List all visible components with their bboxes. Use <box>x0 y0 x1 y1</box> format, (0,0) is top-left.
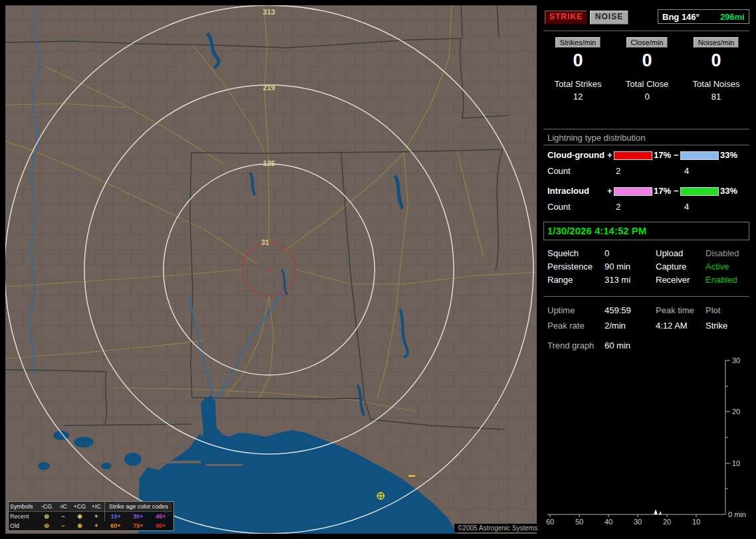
close-per-min-value: 0 <box>642 50 652 71</box>
status-row-peak-rate: Peak rate 2/min 4:12 AM Strike <box>543 321 751 332</box>
ic-plus-pct: 17% <box>654 186 671 196</box>
ic-minus-count: 4 <box>684 202 689 212</box>
legend-old-nic-icon: − <box>55 521 71 530</box>
legend-recent-pic-icon: + <box>88 512 104 521</box>
x-tick-60: 60 <box>546 518 554 526</box>
x-tick-50: 50 <box>575 518 583 526</box>
strikes-per-min-chip[interactable]: Strikes/min <box>555 37 601 48</box>
x-tick-30: 30 <box>634 518 642 526</box>
uptime-value: 459:59 <box>605 305 631 315</box>
legend-old-pcg-icon: ⊕ <box>71 521 88 530</box>
distribution-title: Lightning type distribution <box>547 133 645 143</box>
settings-row-range: Range 313 mi Receiver Enabled <box>543 275 751 286</box>
legend-recent-nic-icon: − <box>55 512 71 521</box>
peak-time-value: 4:12 AM <box>656 321 688 331</box>
x-tick-20: 20 <box>663 518 671 526</box>
divider <box>543 129 749 129</box>
legend-old-pic-icon: + <box>88 521 104 530</box>
legend-col-pic: +IC <box>88 502 104 512</box>
nexstorm-window: 313 219 125 31 Symbols -CG -IC +CG +IC S… <box>0 0 756 539</box>
minus-sign: − <box>674 186 679 196</box>
strike-mode-button[interactable]: STRIKE <box>545 11 587 25</box>
trend-graph-label: Trend graph <box>547 341 594 350</box>
legend-age-75: 75+ <box>127 521 149 530</box>
dist-count-intracloud: Count 2 4 <box>543 202 751 213</box>
total-close-value: 0 <box>644 92 649 102</box>
trend-spikes <box>654 509 662 514</box>
noises-per-min-value: 0 <box>711 50 721 71</box>
capture-status: Active <box>706 262 729 271</box>
total-strikes-label: Total Strikes <box>555 79 602 89</box>
ring-label-31: 31 <box>261 238 269 246</box>
peak-time-label: Peak time <box>656 305 694 315</box>
control-panel: STRIKE NOISE Bng 146° 296mi Strikes/min … <box>543 5 751 534</box>
trend-graph-value: 60 min <box>605 341 630 350</box>
plot-label: Plot <box>706 305 720 315</box>
count-label: Count <box>547 202 571 212</box>
strikes-column: Strikes/min 0 Total Strikes 12 <box>543 37 613 102</box>
trend-graph: 30 20 10 0 min 60 50 40 30 20 10 <box>543 356 751 530</box>
peak-rate-label: Peak rate <box>547 321 585 331</box>
ring-label-313: 313 <box>263 8 275 16</box>
legend-age-60: 60+ <box>104 521 127 530</box>
noise-mode-button[interactable]: NOISE <box>590 11 628 25</box>
y-tick-30: 30 <box>732 356 740 364</box>
legend-recent-label: Recent <box>9 512 38 521</box>
settings-row-squelch: Squelch 0 Upload Disabled <box>543 248 751 260</box>
legend-symbols-title: Symbols <box>9 502 38 512</box>
total-noises-value: 81 <box>711 92 721 102</box>
status-row-trend: Trend graph 60 min <box>543 341 751 352</box>
close-column: Close/min 0 Total Close 0 <box>613 37 682 102</box>
copyright-text: ©2005 Astrogenic Systems <box>454 524 541 532</box>
ic-plus-count: 2 <box>616 202 620 212</box>
ic-minus-bar <box>680 187 719 196</box>
origin-tick: 0 min <box>728 510 746 518</box>
legend-col-nic: -IC <box>55 502 71 512</box>
upload-status: Disabled <box>706 248 739 258</box>
receiver-status: Enabled <box>706 275 737 285</box>
bearing-readout[interactable]: Bng 146° 296mi <box>658 9 749 24</box>
legend-age-title: Strike age color codes <box>104 502 172 512</box>
legend-age-45: 45+ <box>149 512 172 521</box>
ring-label-125: 125 <box>263 159 275 167</box>
dist-label-cloud-ground: Cloud-ground <box>547 150 605 160</box>
persistence-value: 90 min <box>605 262 630 271</box>
legend-col-pcg: +CG <box>71 502 88 512</box>
cg-minus-pct: 33% <box>720 150 737 160</box>
cg-plus-bar <box>614 151 652 160</box>
datetime-display: 1/30/2026 4:14:52 PM <box>543 222 749 240</box>
map-area[interactable]: 313 219 125 31 Symbols -CG -IC +CG +IC S… <box>5 5 537 534</box>
legend-col-ncg: -CG <box>38 502 55 512</box>
capture-label: Capture <box>656 262 686 271</box>
minus-sign: − <box>674 150 679 160</box>
persistence-label: Persistence <box>547 262 593 271</box>
legend-age-15: 15+ <box>104 512 127 521</box>
uptime-label: Uptime <box>547 305 575 315</box>
cg-minus-count: 4 <box>684 166 689 176</box>
x-tick-40: 40 <box>605 518 613 526</box>
legend-recent-ncg-icon: ⊖ <box>38 512 55 521</box>
cg-minus-bar <box>680 151 719 160</box>
dist-label-intracloud: Intracloud <box>547 186 589 196</box>
legend-old-ncg-icon: ⊖ <box>38 521 55 530</box>
bearing-distance: 296mi <box>720 12 745 22</box>
total-close-label: Total Close <box>626 79 668 89</box>
divider <box>543 145 749 145</box>
bearing-label: Bng 146° <box>662 12 700 22</box>
map-legend: Symbols -CG -IC +CG +IC Strike age color… <box>8 501 174 531</box>
divider <box>543 296 749 297</box>
status-row-uptime: Uptime 459:59 Peak time Plot <box>543 305 751 317</box>
total-noises-label: Total Noises <box>693 79 740 89</box>
strikes-per-min-value: 0 <box>573 50 583 71</box>
y-tick-20: 20 <box>732 408 740 416</box>
x-tick-10: 10 <box>692 518 700 526</box>
noises-per-min-chip[interactable]: Noises/min <box>694 37 739 48</box>
y-tick-10: 10 <box>732 459 740 467</box>
legend-recent-pcg-icon: ⊕ <box>71 512 88 521</box>
range-value: 313 mi <box>605 275 630 285</box>
close-per-min-chip[interactable]: Close/min <box>626 37 668 48</box>
lightning-map[interactable]: 313 219 125 31 <box>5 5 537 534</box>
peak-rate-value: 2/min <box>605 321 626 331</box>
total-strikes-value: 12 <box>573 92 583 102</box>
ring-label-219: 219 <box>263 84 275 92</box>
